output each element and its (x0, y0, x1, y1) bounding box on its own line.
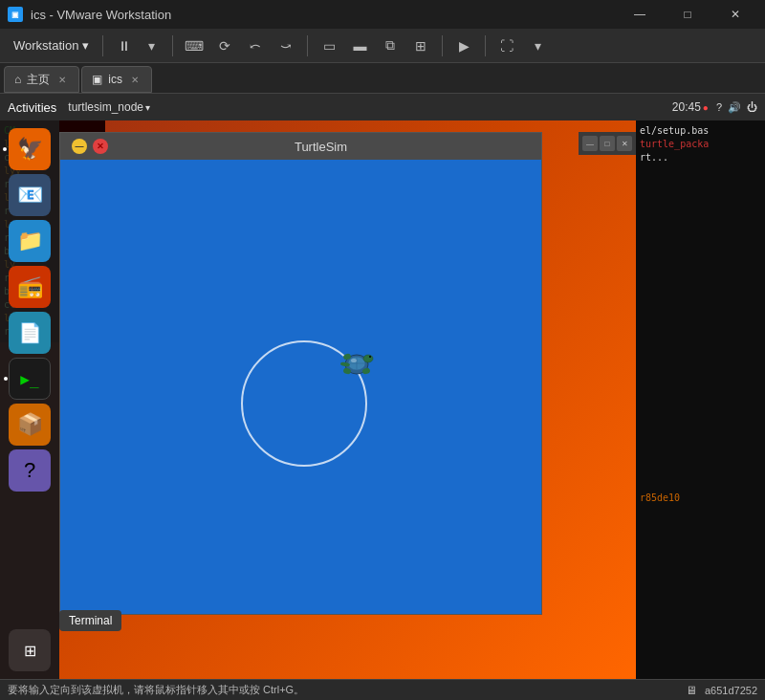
app-icon: ▣ (8, 7, 23, 22)
minimize-button[interactable]: — (618, 0, 662, 29)
send-ctrl-alt-del-button[interactable]: ⌨ (181, 33, 208, 59)
dock-icon-help[interactable]: ? (9, 449, 51, 492)
pause-button[interactable]: ⏸ (111, 33, 138, 59)
workstation-menu[interactable]: Workstation ▾ (8, 36, 95, 55)
svg-point-6 (369, 356, 371, 358)
turtlesim-canvas[interactable] (60, 160, 541, 614)
terminal-active-indicator (4, 377, 8, 381)
view-button-4[interactable]: ⊞ (407, 33, 434, 59)
fullscreen-dropdown[interactable]: ▾ (524, 33, 551, 59)
dropdown-arrow-icon: ▾ (82, 38, 89, 53)
turtle-path-svg (60, 160, 541, 614)
rt-line-2: turtle_packa (640, 138, 761, 151)
vm-icon: ▣ (92, 73, 102, 86)
activities-button[interactable]: Activities (8, 100, 56, 115)
active-window-title: turtlesim_node (68, 100, 143, 114)
view-button-1[interactable]: ▭ (316, 33, 342, 59)
help-icon[interactable]: ? (716, 101, 722, 113)
dock-icon-software[interactable]: 📦 (9, 404, 51, 446)
snap-button[interactable]: ⟳ (211, 33, 238, 59)
status-message: 要将输入定向到该虚拟机，请将鼠标指针移入其中或按 Ctrl+G。 (8, 683, 304, 697)
rt-line-3: rt... (640, 151, 761, 164)
turtlesim-close-button[interactable]: ✕ (93, 139, 108, 154)
ubuntu-win-close[interactable]: ✕ (617, 136, 632, 151)
terminal-tooltip-text: Terminal (69, 614, 112, 627)
vm-area: Activities turtlesim_node ▾ 20:45 ● ? 🔊 … (0, 94, 765, 679)
ubuntu-topbar: Activities turtlesim_node ▾ 20:45 ● ? 🔊 … (0, 94, 765, 120)
fullscreen-button[interactable]: ⛶ (493, 33, 520, 59)
toolbar-separator-3 (307, 35, 308, 56)
tab-bar: ⌂ 主页 ✕ ▣ ics ✕ (0, 63, 765, 94)
status-bar: 要将输入定向到该虚拟机，请将鼠标指针移入其中或按 Ctrl+G。 🖥 a651d… (0, 679, 765, 700)
dock-icon-terminal[interactable]: ▶_ (9, 358, 51, 400)
snap-back-button[interactable]: ⤺ (242, 33, 269, 59)
ubuntu-dock: 🦅 📧 📁 📻 📄 ▶_ 📦 ? ⊞ (0, 120, 59, 679)
tab-vm[interactable]: ▣ ics ✕ (81, 66, 152, 93)
dock-icon-email[interactable]: 📧 (9, 174, 51, 216)
svg-point-11 (351, 359, 357, 362)
tab-vm-label: ics (108, 73, 122, 86)
turtle-svg (333, 339, 381, 387)
turtlesim-title: TurtleSim (108, 140, 534, 154)
tab-home[interactable]: ⌂ 主页 ✕ (4, 66, 79, 93)
window-title-arrow-icon: ▾ (145, 102, 150, 113)
window-title: ics - VMware Workstation (31, 8, 610, 22)
status-vm-icon: 🖥 (686, 684, 697, 697)
rt-line-6 (640, 191, 761, 205)
title-bar: ▣ ics - VMware Workstation — □ ✕ (0, 0, 765, 29)
power-icon[interactable]: ⏻ (747, 101, 757, 113)
dock-icon-audio[interactable]: 📻 (9, 266, 51, 308)
rt-line-1: el/setup.bas (640, 124, 761, 138)
recording-dot: ● (703, 102, 709, 113)
pause-dropdown[interactable]: ▾ (138, 33, 164, 59)
rt-line-4 (640, 164, 761, 178)
tab-home-close-button[interactable]: ✕ (55, 73, 69, 86)
home-icon: ⌂ (14, 73, 21, 86)
clock: 20:45 (672, 100, 701, 114)
toolbar-separator-1 (102, 35, 103, 56)
window-controls: — □ ✕ (618, 0, 757, 29)
rt-line-prompt: r85de10 (640, 492, 761, 505)
terminal-tooltip: Terminal (59, 610, 121, 631)
toolbar: Workstation ▾ ⏸ ▾ ⌨ ⟳ ⤺ ⤻ ▭ ▬ ⧉ ⊞ ▶ ⛶ ▾ (0, 29, 765, 63)
tab-vm-close-button[interactable]: ✕ (128, 73, 142, 86)
turtlesim-left-buttons: — ✕ (68, 139, 108, 154)
turtlesim-window: — ✕ TurtleSim (59, 132, 542, 615)
topbar-right-icons: ? 🔊 ⏻ (716, 101, 757, 114)
close-button[interactable]: ✕ (713, 0, 757, 29)
svg-point-5 (363, 355, 373, 362)
ubuntu-win-min[interactable]: — (582, 136, 598, 151)
right-terminal[interactable]: el/setup.bas turtle_packa rt... r85de10 (636, 120, 765, 679)
dock-icon-libreoffice[interactable]: 📄 (9, 312, 51, 354)
tab-home-label: 主页 (27, 72, 50, 88)
toolbar-separator-4 (442, 35, 443, 56)
dock-icon-firefox[interactable]: 🦅 (9, 128, 51, 170)
turtlesim-minimize-button[interactable]: — (72, 139, 87, 154)
sound-icon[interactable]: 🔊 (728, 101, 741, 114)
workstation-label: Workstation (13, 38, 78, 53)
view-button-3[interactable]: ⧉ (377, 33, 404, 59)
turtlesim-titlebar: — ✕ TurtleSim (60, 133, 541, 160)
status-ip: a651d7252 (705, 685, 757, 696)
active-indicator (3, 147, 7, 151)
maximize-button[interactable]: □ (666, 0, 710, 29)
ubuntu-window-buttons: — □ ✕ (579, 132, 636, 155)
toolbar-separator-5 (485, 35, 486, 56)
ubuntu-win-max[interactable]: □ (600, 136, 615, 151)
toolbar-separator-2 (172, 35, 173, 56)
rt-spacer (640, 205, 761, 492)
dock-show-apps-button[interactable]: ⊞ (9, 629, 51, 671)
toolbar-group-1: ⏸ ▾ (111, 33, 164, 59)
console-button[interactable]: ▶ (450, 33, 477, 59)
snap-forward-button[interactable]: ⤻ (273, 33, 299, 59)
rt-line-5 (640, 178, 761, 191)
view-button-2[interactable]: ▬ (346, 33, 373, 59)
dock-icon-files[interactable]: 📁 (9, 220, 51, 262)
status-right: 🖥 a651d7252 (686, 684, 757, 697)
